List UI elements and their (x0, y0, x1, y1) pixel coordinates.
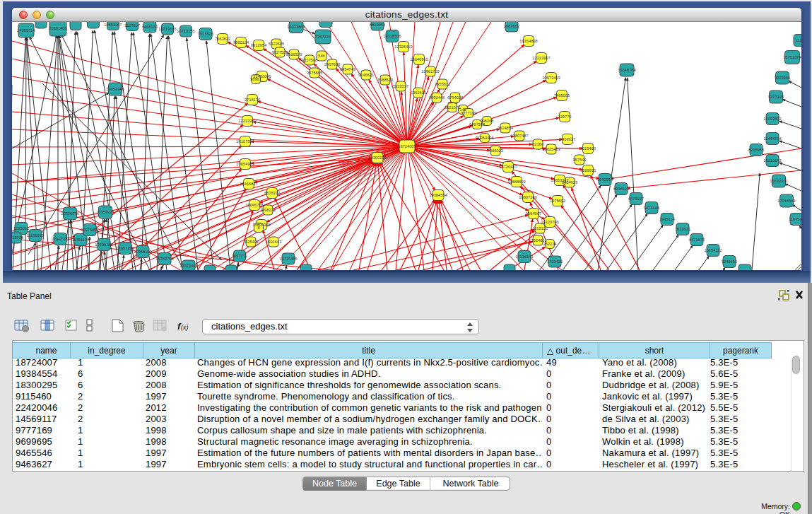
svg-text:2718170: 2718170 (245, 98, 260, 102)
svg-text:1527607: 1527607 (124, 23, 140, 28)
svg-text:9227349: 9227349 (768, 95, 784, 99)
svg-text:6479197: 6479197 (628, 197, 644, 201)
svg-text:9084067: 9084067 (526, 211, 541, 216)
svg-text:10653267: 10653267 (104, 23, 122, 27)
svg-text:16107554: 16107554 (236, 139, 254, 144)
svg-text:1621072: 1621072 (445, 105, 460, 110)
svg-text:17016504: 17016504 (777, 199, 795, 203)
svg-text:16648784: 16648784 (618, 68, 635, 72)
svg-text:20053346: 20053346 (106, 87, 124, 91)
svg-text:3498222: 3498222 (260, 208, 276, 212)
svg-text:12505185: 12505185 (95, 243, 112, 247)
svg-text:129770: 129770 (558, 115, 572, 119)
svg-text:1112: 1112 (796, 38, 801, 42)
svg-text:9245652: 9245652 (722, 259, 737, 264)
svg-text:1235061: 1235061 (13, 226, 29, 230)
svg-text:3624554: 3624554 (498, 126, 513, 130)
svg-text:15692971: 15692971 (770, 179, 787, 183)
svg-text:16120746: 16120746 (541, 220, 558, 224)
svg-text:252214: 252214 (543, 242, 557, 246)
svg-text:15640910: 15640910 (410, 57, 428, 62)
svg-text:3915923: 3915923 (12, 235, 23, 240)
svg-text:8186323: 8186323 (286, 52, 302, 57)
svg-text:10046758: 10046758 (245, 203, 263, 207)
svg-text:9329966: 9329966 (775, 76, 790, 80)
svg-text:17957255: 17957255 (116, 246, 134, 250)
svg-text:3875685: 3875685 (307, 71, 322, 75)
svg-text:546: 546 (318, 54, 325, 58)
svg-text:11156819: 11156819 (27, 233, 44, 238)
svg-text:15720407: 15720407 (499, 165, 517, 169)
svg-text:8990448: 8990448 (429, 95, 445, 100)
svg-text:12213967: 12213967 (532, 56, 550, 60)
svg-text:16154808: 16154808 (519, 39, 537, 43)
svg-text:5322605: 5322605 (269, 42, 284, 46)
svg-text:9777169: 9777169 (461, 111, 476, 115)
svg-text:(x): (x) (181, 324, 189, 331)
svg-text:8912954: 8912954 (251, 43, 266, 47)
svg-text:12942737: 12942737 (51, 237, 69, 241)
svg-text:9660124: 9660124 (233, 40, 249, 45)
svg-text:9699695: 9699695 (580, 168, 596, 173)
svg-text:7625402: 7625402 (243, 240, 259, 244)
svg-text:10654112: 10654112 (705, 248, 722, 252)
svg-text:19384554: 19384554 (429, 193, 447, 197)
svg-text:1362615: 1362615 (411, 90, 426, 95)
svg-text:2935114: 2935114 (659, 217, 675, 221)
svg-text:13716485: 13716485 (279, 257, 297, 261)
svg-text:7357224: 7357224 (315, 35, 331, 39)
svg-text:8938923: 8938923 (613, 187, 629, 191)
svg-text:10961755: 10961755 (421, 69, 439, 74)
svg-text:8: 8 (257, 226, 259, 230)
svg-text:10025483: 10025483 (542, 147, 560, 151)
svg-text:15751074: 15751074 (783, 55, 801, 59)
svg-text:6466160: 6466160 (142, 25, 158, 29)
svg-text:9463627: 9463627 (560, 137, 575, 141)
svg-text:8813054: 8813054 (370, 23, 385, 27)
svg-text:10688609: 10688609 (507, 180, 525, 184)
svg-text:19218506: 19218506 (383, 34, 401, 38)
svg-text:746266: 746266 (481, 119, 494, 123)
svg-text:20364436: 20364436 (476, 136, 493, 140)
svg-text:19166827: 19166827 (240, 182, 257, 186)
svg-text:7986322: 7986322 (488, 148, 503, 153)
svg-text:20691406: 20691406 (49, 26, 66, 30)
svg-text:6794028: 6794028 (447, 95, 463, 100)
svg-text:10958107: 10958107 (134, 250, 151, 254)
svg-text:9327503: 9327503 (272, 50, 288, 54)
svg-text:17359928: 17359928 (96, 210, 114, 214)
svg-text:9474444: 9474444 (644, 206, 659, 210)
svg-text:16713155: 16713155 (177, 29, 194, 33)
svg-text:9146821: 9146821 (358, 73, 374, 77)
svg-text:12444154: 12444154 (763, 136, 781, 141)
svg-text:12213369: 12213369 (238, 119, 256, 123)
svg-text:1615152: 1615152 (532, 226, 548, 230)
svg-text:19654985: 19654985 (236, 162, 254, 166)
svg-text:5322037: 5322037 (393, 84, 408, 88)
svg-text:8454749: 8454749 (340, 67, 355, 71)
svg-text:18724007: 18724007 (398, 144, 416, 148)
svg-text:2967608: 2967608 (324, 62, 340, 66)
svg-text:62160: 62160 (532, 142, 543, 146)
svg-text:7515526: 7515526 (198, 32, 213, 36)
svg-text:12093822: 12093822 (763, 117, 781, 121)
svg-text:7663822: 7663822 (215, 37, 230, 41)
svg-text:10719185: 10719185 (158, 27, 176, 31)
svg-text:1975692: 1975692 (550, 199, 565, 203)
svg-text:7485005: 7485005 (554, 93, 570, 98)
svg-text:10973493: 10973493 (542, 76, 560, 80)
svg-text:8878333: 8878333 (264, 191, 280, 195)
svg-text:1167533: 1167533 (789, 217, 801, 221)
svg-text:7955812: 7955812 (435, 82, 450, 86)
svg-text:12923448: 12923448 (180, 264, 197, 268)
svg-text:8215955: 8215955 (748, 148, 764, 152)
svg-text:18807249: 18807249 (519, 195, 536, 199)
svg-text:15809948: 15809948 (252, 223, 270, 227)
svg-text:2687682: 2687682 (504, 24, 519, 28)
svg-text:24055714: 24055714 (17, 28, 35, 33)
svg-text:14136141: 14136141 (515, 255, 533, 259)
svg-text:1691443: 1691443 (266, 240, 281, 244)
svg-text:18300295: 18300295 (368, 156, 386, 160)
svg-text:16782759: 16782759 (155, 257, 173, 261)
svg-text:1640954: 1640954 (597, 177, 613, 182)
